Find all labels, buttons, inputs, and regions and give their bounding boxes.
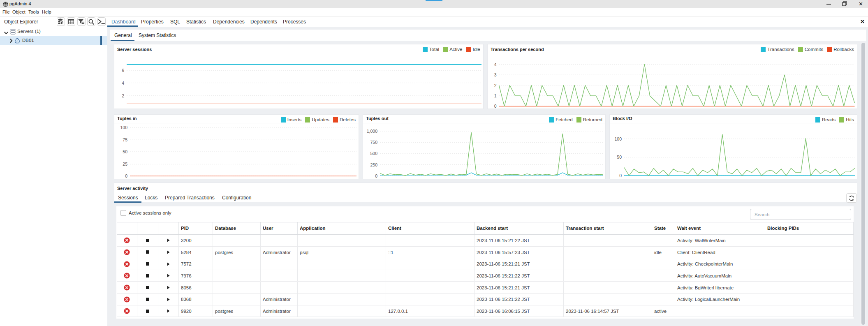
svg-text:25: 25 <box>123 162 127 166</box>
svg-text:250: 250 <box>370 162 377 167</box>
svg-text:3: 3 <box>494 72 497 77</box>
svg-text:100: 100 <box>614 136 622 141</box>
svg-text:100: 100 <box>120 125 127 130</box>
svg-text:500: 500 <box>370 151 377 156</box>
svg-text:75: 75 <box>123 137 127 142</box>
svg-text:0: 0 <box>125 173 127 178</box>
svg-text:2: 2 <box>122 93 124 98</box>
svg-text:0: 0 <box>494 104 497 109</box>
svg-text:750: 750 <box>370 140 377 145</box>
svg-text:1,000: 1,000 <box>367 129 377 134</box>
svg-text:50: 50 <box>617 155 622 160</box>
svg-text:50: 50 <box>123 149 127 154</box>
svg-text:4: 4 <box>122 81 124 86</box>
svg-text:2: 2 <box>494 83 497 88</box>
svg-text:0: 0 <box>619 173 622 178</box>
svg-text:6: 6 <box>122 68 124 73</box>
svg-text:0: 0 <box>375 173 377 178</box>
svg-text:1: 1 <box>494 93 497 98</box>
svg-text:4: 4 <box>494 62 497 67</box>
